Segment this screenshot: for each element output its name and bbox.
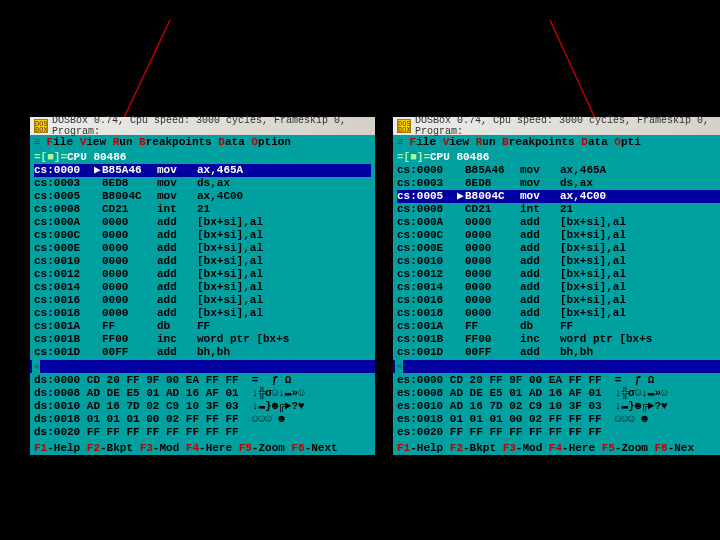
disassembly-pane[interactable]: cs:0000▶B85A46movax,465Acs:0003 8ED8movd… [30, 164, 375, 360]
scroll-left-icon[interactable]: ◄ [32, 360, 40, 373]
disasm-line[interactable]: cs:001A FFdbFF [34, 320, 371, 333]
fkey-desc: -Bkpt [100, 442, 140, 454]
fkey-f6[interactable]: F6 [654, 442, 667, 454]
fkey-desc: -Help [47, 442, 87, 454]
fkey-desc: -Next [305, 442, 338, 454]
menu-file[interactable]: File [47, 136, 80, 148]
disasm-line[interactable]: cs:0014 0000add[bx+si],al [397, 281, 720, 294]
fkey-desc: -Help [410, 442, 450, 454]
disasm-line[interactable]: cs:0008 CD21int21 [34, 203, 371, 216]
menubar[interactable]: ≡ File View Run Breakpoints Data Option [30, 135, 375, 150]
disasm-line[interactable]: cs:000A 0000add[bx+si],al [397, 216, 720, 229]
disasm-line[interactable]: cs:000C 0000add[bx+si],al [34, 229, 371, 242]
menu-run[interactable]: Run [113, 136, 139, 148]
disasm-line[interactable]: cs:0005 B8004Cmovax,4C00 [34, 190, 371, 203]
dosbox-icon: DOS BOX [34, 119, 48, 133]
disasm-line[interactable]: cs:0018 0000add[bx+si],al [397, 307, 720, 320]
dump-line[interactable]: ds:0020 FF FF FF FF FF FF FF FF [34, 426, 371, 439]
menu-file[interactable]: File [410, 136, 443, 148]
fkey-desc: -Zoom [615, 442, 655, 454]
menu-opti[interactable]: Opti [614, 136, 640, 148]
disasm-line[interactable]: cs:0010 0000add[bx+si],al [397, 255, 720, 268]
disasm-line[interactable]: cs:0012 0000add[bx+si],al [397, 268, 720, 281]
disasm-line[interactable]: cs:0018 0000add[bx+si],al [34, 307, 371, 320]
dump-line[interactable]: es:0018 01 01 01 00 02 FF FF FF ☺☺☺ ☻ [397, 413, 720, 426]
pane-control-icon[interactable]: =[■]= [397, 151, 430, 163]
disassembly-pane[interactable]: cs:0000 B85A46movax,465Acs:0003 8ED8movd… [393, 164, 720, 360]
disasm-line[interactable]: cs:001A FFdbFF [397, 320, 720, 333]
disasm-line[interactable]: cs:001D 00FFaddbh,bh [397, 346, 720, 359]
dosbox-window-right: DOS BOX DOSBox 0.74, Cpu speed: 3000 cyc… [393, 117, 720, 455]
menu-data[interactable]: Data [581, 136, 614, 148]
disasm-line[interactable]: cs:000E 0000add[bx+si],al [34, 242, 371, 255]
disasm-line[interactable]: cs:0012 0000add[bx+si],al [34, 268, 371, 281]
fkey-desc: -Here [562, 442, 602, 454]
disasm-line[interactable]: cs:000C 0000add[bx+si],al [397, 229, 720, 242]
function-key-bar[interactable]: F1-Help F2-Bkpt F3-Mod F4-Here F5-Zoom F… [393, 441, 720, 455]
fkey-f6[interactable]: F6 [291, 442, 304, 454]
dump-line[interactable]: ds:0000 CD 20 FF 9F 00 EA FF FF = ƒ Ω [34, 374, 371, 387]
fkey-f3[interactable]: F3 [140, 442, 153, 454]
disasm-line[interactable]: cs:001B FF00incword ptr [bx+s [397, 333, 720, 346]
disasm-line[interactable]: cs:001D 00FFaddbh,bh [34, 346, 371, 359]
disasm-line[interactable]: cs:0010 0000add[bx+si],al [34, 255, 371, 268]
disasm-line[interactable]: cs:0016 0000add[bx+si],al [397, 294, 720, 307]
fkey-desc: -Here [199, 442, 239, 454]
fkey-f2[interactable]: F2 [450, 442, 463, 454]
menubar[interactable]: ≡ File View Run Breakpoints Data Opti [393, 135, 720, 150]
disasm-line[interactable]: cs:0003 8ED8movds,ax [34, 177, 371, 190]
cpu-pane-title: =[■]= CPU 80486 [30, 150, 375, 164]
fkey-f4[interactable]: F4 [549, 442, 562, 454]
dump-line[interactable]: es:0008 AD DE E5 01 AD 16 AF 01 ↓╬σ☺↓▬»☺ [397, 387, 720, 400]
pane-divider[interactable]: ◄ [30, 360, 375, 373]
fkey-f1[interactable]: F1 [34, 442, 47, 454]
dump-line[interactable]: ds:0008 AD DE E5 01 AD 16 AF 01 ↓╬σ☺↓▬»☺ [34, 387, 371, 400]
system-menu-icon[interactable]: ≡ [397, 136, 404, 149]
disasm-line[interactable]: cs:001B FF00incword ptr [bx+s [34, 333, 371, 346]
fkey-f5[interactable]: F5 [602, 442, 615, 454]
dump-line[interactable]: ds:0018 01 01 01 00 02 FF FF FF ☺☺☺ ☻ [34, 413, 371, 426]
cpu-label: CPU 80486 [430, 151, 489, 163]
fkey-f5[interactable]: F5 [239, 442, 252, 454]
disasm-line[interactable]: cs:0016 0000add[bx+si],al [34, 294, 371, 307]
system-menu-icon[interactable]: ≡ [34, 136, 41, 149]
menu-breakpoints[interactable]: Breakpoints [139, 136, 218, 148]
dump-line[interactable]: es:0020 FF FF FF FF FF FF FF FF [397, 426, 720, 439]
fkey-desc: -Nex [668, 442, 694, 454]
pane-control-icon[interactable]: =[■]= [34, 151, 67, 163]
menu-view[interactable]: View [80, 136, 113, 148]
memory-dump-pane[interactable]: ds:0000 CD 20 FF 9F 00 EA FF FF = ƒ Ωds:… [30, 373, 375, 441]
disasm-line[interactable]: cs:0008 CD21int21 [397, 203, 720, 216]
scroll-left-icon[interactable]: ◄ [395, 360, 403, 373]
disasm-line[interactable]: cs:000E 0000add[bx+si],al [397, 242, 720, 255]
fkey-f3[interactable]: F3 [503, 442, 516, 454]
cpu-label: CPU 80486 [67, 151, 126, 163]
titlebar-text: DOSBox 0.74, Cpu speed: 3000 cycles, Fra… [415, 115, 720, 137]
function-key-bar[interactable]: F1-Help F2-Bkpt F3-Mod F4-Here F5-Zoom F… [30, 441, 375, 455]
dosbox-window-left: DOS BOX DOSBox 0.74, Cpu speed: 3000 cyc… [30, 117, 375, 455]
menu-view[interactable]: View [443, 136, 476, 148]
disasm-line[interactable]: cs:0000▶B85A46movax,465A [34, 164, 371, 177]
titlebar[interactable]: DOS BOX DOSBox 0.74, Cpu speed: 3000 cyc… [30, 117, 375, 135]
disasm-line[interactable]: cs:0014 0000add[bx+si],al [34, 281, 371, 294]
disasm-line[interactable]: cs:0003 8ED8movds,ax [397, 177, 720, 190]
menu-data[interactable]: Data [218, 136, 251, 148]
disasm-line[interactable]: cs:0000 B85A46movax,465A [397, 164, 720, 177]
dump-line[interactable]: es:0000 CD 20 FF 9F 00 EA FF FF = ƒ Ω [397, 374, 720, 387]
fkey-f1[interactable]: F1 [397, 442, 410, 454]
menu-option[interactable]: Option [251, 136, 291, 148]
memory-dump-pane[interactable]: es:0000 CD 20 FF 9F 00 EA FF FF = ƒ Ωes:… [393, 373, 720, 441]
cpu-pane-title: =[■]= CPU 80486 [393, 150, 720, 164]
disasm-line[interactable]: cs:000A 0000add[bx+si],al [34, 216, 371, 229]
menu-run[interactable]: Run [476, 136, 502, 148]
pane-divider[interactable]: ◄ [393, 360, 720, 373]
fkey-f2[interactable]: F2 [87, 442, 100, 454]
disasm-line[interactable]: cs:0005▶B8004Cmovax,4C00 [397, 190, 720, 203]
menu-breakpoints[interactable]: Breakpoints [502, 136, 581, 148]
fkey-f4[interactable]: F4 [186, 442, 199, 454]
dosbox-icon: DOS BOX [397, 119, 411, 133]
dump-line[interactable]: ds:0010 AD 16 7D 02 C9 10 3F 03 ↓▬}☻╔►?♥ [34, 400, 371, 413]
dump-line[interactable]: es:0010 AD 16 7D 02 C9 10 3F 03 ↓▬}☻╔►?♥ [397, 400, 720, 413]
titlebar[interactable]: DOS BOX DOSBox 0.74, Cpu speed: 3000 cyc… [393, 117, 720, 135]
titlebar-text: DOSBox 0.74, Cpu speed: 3000 cycles, Fra… [52, 115, 371, 137]
